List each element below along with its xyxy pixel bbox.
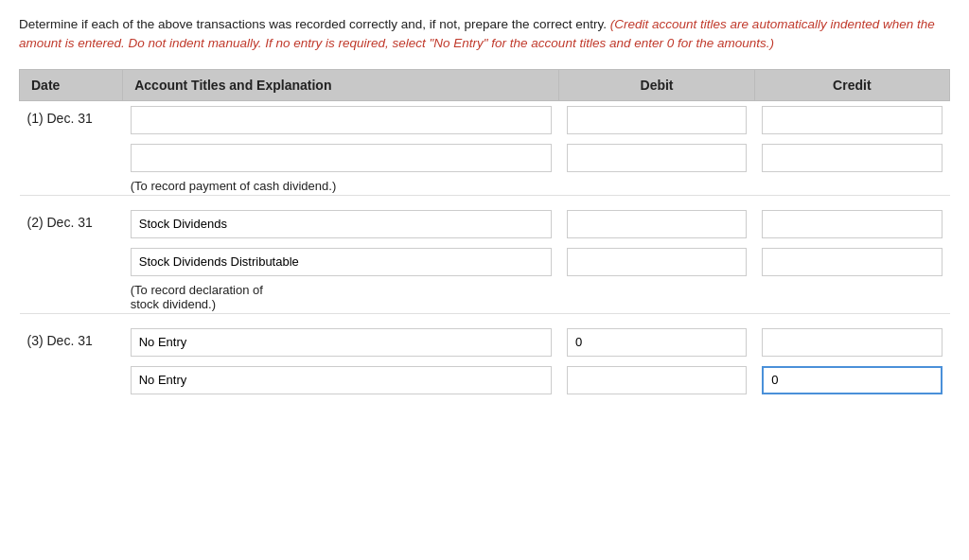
table-row xyxy=(20,243,950,281)
credit-input-2-2[interactable] xyxy=(762,248,942,276)
table-row xyxy=(20,361,950,399)
table-row: (1) Dec. 31 xyxy=(20,100,950,139)
credit-input-2-1[interactable] xyxy=(762,210,942,238)
account-input-3-2[interactable] xyxy=(131,366,552,394)
note-row-2: (To record declaration ofstock dividend.… xyxy=(20,281,950,314)
account-input-1-2[interactable] xyxy=(131,144,552,172)
table-row: (2) Dec. 31 xyxy=(20,205,950,243)
date-cell-1 xyxy=(20,139,123,177)
account-input-1-1[interactable] xyxy=(131,106,552,134)
debit-input-1-1[interactable] xyxy=(567,106,747,134)
account-input-2-1[interactable] xyxy=(131,210,552,238)
debit-input-3-1[interactable] xyxy=(567,328,747,357)
debit-input-2-1[interactable] xyxy=(567,210,747,238)
date-cell-1: (1) Dec. 31 xyxy=(20,100,123,139)
credit-input-1-1[interactable] xyxy=(762,106,942,134)
instructions-text: Determine if each of the above transacti… xyxy=(19,15,950,54)
note-row-1: (To record payment of cash dividend.) xyxy=(20,177,950,196)
table-row: (3) Dec. 31 xyxy=(20,324,950,361)
date-cell-2: (2) Dec. 31 xyxy=(20,205,123,243)
credit-input-3-1[interactable] xyxy=(762,328,942,357)
debit-input-2-2[interactable] xyxy=(567,248,747,276)
header-debit: Debit xyxy=(559,69,754,100)
debit-input-1-2[interactable] xyxy=(567,144,747,172)
header-credit: Credit xyxy=(754,69,949,100)
credit-input-1-2[interactable] xyxy=(762,144,942,172)
date-cell-3: (3) Dec. 31 xyxy=(20,324,123,361)
debit-input-3-2[interactable] xyxy=(567,366,747,394)
date-cell-3 xyxy=(20,361,123,399)
header-date: Date xyxy=(20,69,123,100)
credit-input-3-2[interactable] xyxy=(762,366,942,394)
account-input-3-1[interactable] xyxy=(131,328,552,357)
account-input-2-2[interactable] xyxy=(131,248,552,276)
date-cell-2 xyxy=(20,243,123,281)
header-account: Account Titles and Explanation xyxy=(123,69,559,100)
table-row xyxy=(20,139,950,177)
